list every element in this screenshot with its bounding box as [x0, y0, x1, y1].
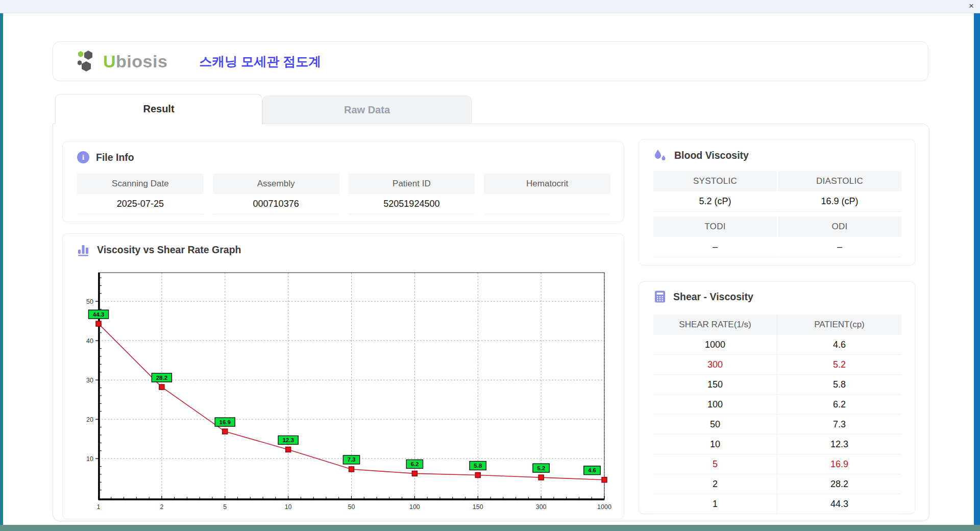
file-info-field: Scanning Date2025-07-25 — [77, 174, 204, 214]
blood-viscosity-header-cell: TODI — [653, 216, 777, 237]
shear-table-header: SHEAR RATE(1/s)PATIENT(cp) — [653, 315, 901, 335]
data-point-marker — [602, 477, 607, 482]
file-info-title: File Info — [96, 152, 134, 163]
graph-card: Viscosity vs Shear Rate Graph 1251050100… — [62, 233, 624, 519]
data-point-label: 12.3 — [282, 437, 293, 443]
blood-viscosity-value-row: 5.2 (cP)16.9 (cP) — [653, 191, 901, 212]
table-row: 228.2 — [653, 474, 901, 494]
file-info-field-value: 000710376 — [213, 194, 339, 214]
file-info-field: Assembly000710376 — [213, 174, 339, 214]
file-info-field: Patient ID52051924500 — [349, 174, 475, 214]
app-title-korean: 스캐닝 모세관 점도계 — [199, 53, 321, 70]
bar-chart-icon — [77, 243, 90, 256]
viscosity-chart: 12510501001503001000102030405044.328.216… — [75, 263, 619, 516]
close-icon[interactable]: × — [969, 1, 974, 11]
app-header: Ubiosis 스캐닝 모세관 점도계 — [53, 41, 928, 81]
tab-result[interactable]: Result — [55, 94, 262, 124]
blood-viscosity-header-cell: DIASTOLIC — [778, 171, 901, 191]
data-point-marker — [475, 472, 480, 477]
shear-rate-cell: 10 — [653, 435, 777, 454]
window-titlebar: × — [0, 0, 980, 13]
data-point-label: 5.2 — [537, 465, 545, 471]
blood-viscosity-heading: Blood Viscosity — [653, 149, 749, 162]
svg-text:150: 150 — [473, 503, 483, 511]
svg-text:2: 2 — [160, 503, 163, 511]
shear-table-header-cell: SHEAR RATE(1/s) — [653, 315, 777, 335]
info-icon: i — [77, 151, 89, 163]
blood-viscosity-value-row: –– — [653, 237, 901, 257]
shear-table-rows: 10004.63005.21505.81006.2507.31012.3516.… — [653, 335, 901, 514]
shear-viscosity-title: Shear - Viscosity — [673, 291, 753, 303]
svg-text:20: 20 — [86, 416, 93, 423]
svg-text:10: 10 — [86, 455, 93, 463]
file-info-field-label: Scanning Date — [77, 174, 204, 194]
screen: × Ubiosis 스캐닝 모세관 점도계 Result Raw Data i … — [0, 0, 980, 531]
data-point-marker — [349, 467, 354, 472]
svg-text:100: 100 — [409, 503, 420, 511]
file-info-card: i File Info Scanning Date2025-07-25Assem… — [62, 141, 624, 222]
desktop-edge-left — [0, 13, 3, 525]
data-point-marker — [223, 429, 228, 434]
patient-viscosity-cell: 28.2 — [777, 474, 901, 494]
data-point-marker — [538, 475, 544, 480]
svg-text:1000: 1000 — [597, 503, 611, 511]
blood-viscosity-value-cell: 5.2 (cP) — [653, 191, 777, 212]
blood-viscosity-value-cell: 16.9 (cP) — [778, 191, 901, 212]
data-point-label: 7.3 — [348, 456, 356, 463]
blood-viscosity-value-cell: – — [653, 237, 777, 257]
patient-viscosity-cell: 16.9 — [777, 454, 901, 474]
patient-viscosity-cell: 12.3 — [777, 435, 901, 454]
data-point-label: 5.8 — [474, 463, 482, 469]
logo-text: Ubiosis — [103, 52, 167, 71]
blood-viscosity-header-cell: ODI — [778, 216, 901, 237]
data-point-label: 28.2 — [156, 375, 167, 381]
file-info-field-value — [484, 194, 610, 214]
hexagon-logo-icon — [76, 50, 99, 73]
svg-text:5: 5 — [223, 503, 227, 511]
blood-viscosity-header-cell: SYSTOLIC — [653, 171, 777, 191]
table-row: 1012.3 — [653, 435, 901, 454]
file-info-field: Hematocrit — [484, 174, 610, 214]
patient-viscosity-cell: 44.3 — [777, 494, 901, 514]
file-info-field-label: Assembly — [213, 174, 339, 194]
table-row: 1505.8 — [653, 375, 901, 395]
blood-viscosity-row-group: SYSTOLICDIASTOLIC5.2 (cP)16.9 (cP) — [653, 171, 901, 212]
svg-text:1: 1 — [97, 503, 101, 511]
shear-rate-cell: 1000 — [653, 335, 777, 355]
desktop-edge-right — [974, 13, 980, 525]
tab-raw-data[interactable]: Raw Data — [262, 95, 472, 124]
file-info-field-value: 2025-07-25 — [77, 194, 204, 214]
ubiosis-logo: Ubiosis — [76, 50, 167, 73]
data-point-label: 6.2 — [410, 461, 419, 467]
file-info-heading: i File Info — [77, 151, 134, 163]
shear-rate-cell: 50 — [653, 415, 777, 435]
shear-table-header-cell: PATIENT(cp) — [777, 315, 901, 335]
graph-heading: Viscosity vs Shear Rate Graph — [77, 243, 241, 256]
data-point-marker — [159, 384, 164, 390]
blood-viscosity-row-group: TODIODI–– — [653, 216, 901, 257]
shear-rate-cell: 1 — [653, 494, 777, 514]
patient-viscosity-cell: 6.2 — [777, 395, 901, 415]
shear-rate-cell: 300 — [653, 355, 777, 375]
shear-rate-cell: 2 — [653, 474, 777, 494]
shear-rate-cell: 5 — [653, 454, 777, 474]
table-row: 10004.6 — [653, 335, 901, 355]
shear-viscosity-card: Shear - Viscosity SHEAR RATE(1/s)PATIENT… — [639, 281, 915, 514]
patient-viscosity-cell: 5.8 — [777, 375, 901, 395]
shear-viscosity-table: SHEAR RATE(1/s)PATIENT(cp) 10004.63005.2… — [653, 315, 901, 514]
droplet-icon — [653, 149, 668, 162]
data-point-marker — [412, 471, 417, 476]
blood-viscosity-header-row: TODIODI — [653, 216, 901, 237]
table-row: 1006.2 — [653, 395, 901, 415]
data-point-label: 4.6 — [588, 467, 596, 473]
svg-text:40: 40 — [86, 337, 93, 345]
table-row: 144.3 — [653, 494, 901, 514]
file-info-field-label: Hematocrit — [484, 174, 610, 194]
patient-viscosity-cell: 7.3 — [777, 415, 901, 435]
blood-viscosity-header-row: SYSTOLICDIASTOLIC — [653, 171, 901, 191]
shear-viscosity-heading: Shear - Viscosity — [653, 290, 753, 303]
blood-viscosity-title: Blood Viscosity — [674, 150, 749, 161]
data-point-label: 44.3 — [93, 311, 104, 318]
data-point-marker — [286, 447, 291, 452]
shear-rate-cell: 100 — [653, 395, 777, 415]
